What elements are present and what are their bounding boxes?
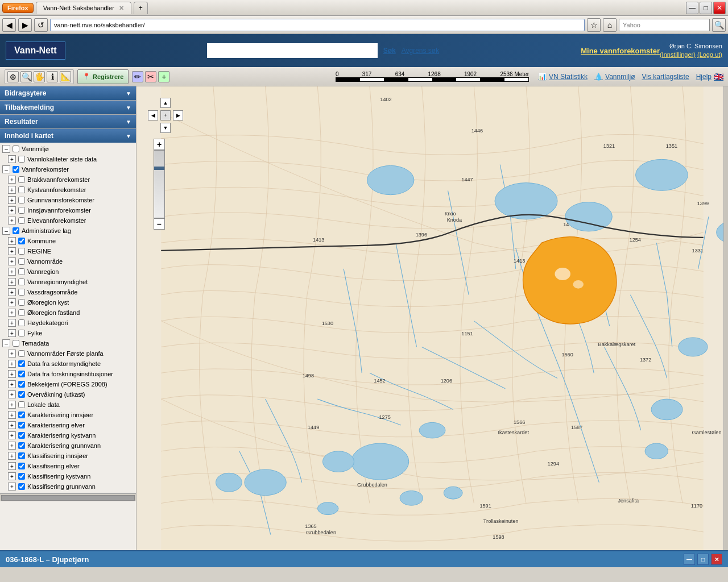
checkbox-vannmiljo[interactable]: [13, 146, 19, 152]
back-button[interactable]: ◀: [2, 18, 16, 32]
tree-item-grunnvann[interactable]: + Grunnvannsforekomster: [0, 195, 136, 205]
zoom-out-tool-icon[interactable]: 🖐: [34, 71, 45, 82]
tree-item-vannomrader[interactable]: + Vannområder Første planfa: [0, 348, 136, 359]
expand-bekkekjemi[interactable]: +: [8, 380, 16, 388]
status-min-button[interactable]: —: [684, 554, 695, 565]
expand-kar-grunnvann[interactable]: +: [8, 442, 16, 450]
zoom-out-button[interactable]: –: [154, 218, 165, 230]
map-canvas[interactable]: 1402 1446 1321 1351 1399 1232 1447 14 12…: [136, 86, 728, 550]
checkbox-regine[interactable]: [18, 248, 25, 255]
status-close-button[interactable]: ✕: [711, 554, 722, 565]
checkbox-kar-kystvann[interactable]: [18, 432, 25, 439]
bookmark-icon[interactable]: ☆: [587, 18, 601, 32]
tree-item-vannomrade[interactable]: + Vannområde: [0, 256, 136, 267]
home-button[interactable]: ⌂: [603, 18, 617, 32]
expand-klass-elver[interactable]: +: [8, 462, 16, 470]
checkbox-klass-grunnvann[interactable]: [18, 483, 25, 490]
checkbox-elvevann[interactable]: [18, 217, 25, 224]
expand-okoregion-kyst[interactable]: +: [8, 298, 16, 306]
checkbox-klass-innsjoer[interactable]: [18, 452, 25, 459]
tree-item-okoregion-fastland[interactable]: + Økoregion fastland: [0, 307, 136, 318]
tree-item-regine[interactable]: + REGINE: [0, 246, 136, 256]
expand-kar-kystvann[interactable]: +: [8, 431, 16, 439]
tree-item-innsjovann[interactable]: + Innsjøvannforekomster: [0, 205, 136, 215]
checkbox-hoydekategori[interactable]: [18, 319, 25, 326]
forward-button[interactable]: ▶: [18, 18, 32, 32]
zoom-in-button[interactable]: +: [154, 139, 165, 150]
tree-item-data-sektor[interactable]: + Data fra sektormyndighete: [0, 359, 136, 369]
main-search-input[interactable]: [207, 43, 378, 58]
expand-admin-lag[interactable]: –: [2, 227, 10, 235]
edit-tool-2[interactable]: ✂: [145, 71, 156, 82]
expand-overvakn[interactable]: +: [8, 390, 16, 398]
pan-icon[interactable]: ⊕: [7, 71, 19, 82]
vannmiljo-link[interactable]: 💧 Vannmiljø: [594, 73, 635, 81]
nav-right-button[interactable]: ▶: [173, 110, 183, 120]
identify-icon[interactable]: ℹ: [47, 71, 58, 82]
checkbox-fylke[interactable]: [18, 330, 25, 336]
minimize-button[interactable]: —: [686, 2, 698, 14]
tree-item-vannregion[interactable]: + Vannregion: [0, 267, 136, 277]
checkbox-data-forskning[interactable]: [18, 371, 25, 377]
expand-vannmiljo[interactable]: –: [2, 145, 10, 153]
expand-kommune[interactable]: +: [8, 237, 16, 245]
tree-item-bekkekjemi[interactable]: + Bekkekjemi (FOREGS 2008): [0, 379, 136, 389]
tree-item-kar-kystvann[interactable]: + Karakterisering kystvann: [0, 430, 136, 440]
sidebar-header-tilbakemelding[interactable]: Tilbakemelding ▼: [0, 101, 136, 114]
tree-item-elvevann[interactable]: + Elvevannforekomster: [0, 215, 136, 226]
firefox-button[interactable]: Firefox: [2, 3, 34, 13]
browser-search-input[interactable]: [619, 19, 710, 31]
tree-item-klass-kystvann[interactable]: + Klassifisering kystvann: [0, 471, 136, 481]
nav-down-button[interactable]: ▼: [160, 123, 171, 133]
expand-kar-elver[interactable]: +: [8, 421, 16, 429]
checkbox-kystvann[interactable]: [18, 186, 25, 193]
checkbox-admin-lag[interactable]: [13, 227, 19, 234]
edit-tool-1[interactable]: ✏: [132, 71, 143, 82]
expand-vannomrader-plan[interactable]: +: [8, 350, 16, 357]
tree-item-okoregion-kyst[interactable]: + Økoregion kyst: [0, 297, 136, 307]
address-bar[interactable]: [50, 19, 585, 31]
checkbox-vannlokaliteter[interactable]: [18, 156, 25, 163]
checkbox-lokale-data[interactable]: [18, 401, 25, 408]
checkbox-vannregionmyndighet[interactable]: [18, 278, 25, 285]
refresh-button[interactable]: ↺: [34, 18, 48, 32]
checkbox-brakkvann[interactable]: [18, 176, 25, 183]
map-area[interactable]: 1402 1446 1321 1351 1399 1232 1447 14 12…: [136, 86, 728, 550]
status-max-button[interactable]: □: [697, 554, 709, 565]
tree-item-klass-innsjoer[interactable]: + Klassifisering innsjøer: [0, 451, 136, 461]
close-button[interactable]: ✕: [713, 2, 726, 14]
expand-elvevann[interactable]: +: [8, 217, 16, 225]
settings-link[interactable]: (Innstillinger): [660, 51, 696, 58]
expand-lokale-data[interactable]: +: [8, 401, 16, 409]
nav-left-button[interactable]: ◀: [148, 110, 158, 120]
expand-temadata[interactable]: –: [2, 339, 10, 347]
tree-item-vannforekomster[interactable]: – Vannforekomster: [0, 164, 136, 174]
checkbox-data-sektor[interactable]: [18, 360, 25, 367]
expand-innsjovann[interactable]: +: [8, 206, 16, 214]
checkbox-overvakn[interactable]: [18, 391, 25, 398]
tree-item-vannregionmyndighet[interactable]: + Vannregionmyndighet: [0, 277, 136, 287]
checkbox-vannregion[interactable]: [18, 268, 25, 275]
expand-vannlokaliteter[interactable]: +: [8, 155, 16, 163]
tree-item-hoydekategori[interactable]: + Høydekategori: [0, 318, 136, 328]
tree-item-fylke[interactable]: + Fylke: [0, 328, 136, 338]
sidebar-header-bidragsytere[interactable]: Bidragsytere ▼: [0, 86, 136, 100]
checkbox-vassdragsomrade[interactable]: [18, 289, 25, 296]
tree-item-vannlokaliteter[interactable]: + Vannlokaliteter siste data: [0, 154, 136, 164]
active-tab[interactable]: Vann-Nett Saksbehandler ✕: [36, 2, 131, 14]
expand-vassdragsomrade[interactable]: +: [8, 288, 16, 296]
expand-vannforekomster[interactable]: –: [2, 165, 10, 173]
search-button[interactable]: Søk: [383, 47, 396, 55]
search-go-icon[interactable]: 🔍: [712, 18, 726, 32]
tree-item-lokale-data[interactable]: + Lokale data: [0, 400, 136, 410]
expand-regine[interactable]: +: [8, 247, 16, 255]
expand-klass-grunnvann[interactable]: +: [8, 483, 16, 490]
tree-item-kar-elver[interactable]: + Karakterisering elver: [0, 420, 136, 430]
expand-kar-innsjoer[interactable]: +: [8, 411, 16, 419]
maximize-button[interactable]: □: [700, 2, 712, 14]
checkbox-okoregion-fastland[interactable]: [18, 309, 25, 316]
tree-item-vannmiljo[interactable]: – Vannmiljø: [0, 144, 136, 154]
edit-tool-3[interactable]: +: [158, 71, 169, 82]
checkbox-klass-elver[interactable]: [18, 463, 25, 469]
tree-item-klass-elver[interactable]: + Klassifisering elver: [0, 461, 136, 471]
